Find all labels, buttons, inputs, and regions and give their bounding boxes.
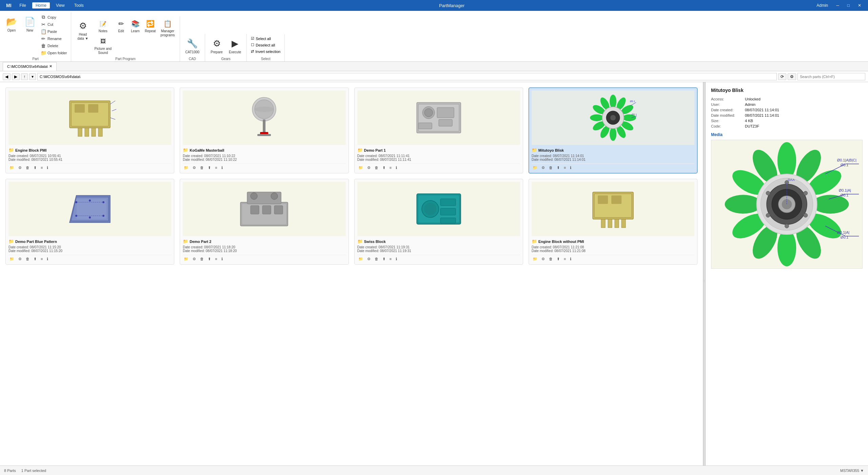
action-delete-d2[interactable]: 🗑 xyxy=(199,256,205,262)
action-folder-mb[interactable]: 📁 xyxy=(183,165,190,170)
action-folder-d2[interactable]: 📁 xyxy=(183,256,190,262)
action-folder-d1[interactable]: 📁 xyxy=(357,165,364,170)
part-card-demo-blue-pattern[interactable]: 📁 Demo Part Blue Pattern Date created: 0… xyxy=(5,179,174,265)
back-button[interactable]: ◀ xyxy=(3,73,11,80)
copy-button[interactable]: ⧉ Copy xyxy=(39,14,68,21)
action-delete-mb[interactable]: 🗑 xyxy=(199,165,205,170)
delete-button[interactable]: 🗑 Delete xyxy=(39,42,68,49)
paste-button[interactable]: 📋 Paste xyxy=(39,28,68,35)
action-info-d2[interactable]: ℹ xyxy=(220,256,224,262)
open-folder-button[interactable]: 📁 Open folder xyxy=(39,50,68,56)
action-info-sw[interactable]: ℹ xyxy=(395,256,398,262)
part-card-engine-block-pmi[interactable]: 📁 Engine Block PMI Date created: 08/07/2… xyxy=(5,88,174,173)
head-data-button[interactable]: ⚙ Headdata ▼ xyxy=(74,18,92,43)
menu-home[interactable]: Home xyxy=(32,2,50,8)
action-settings-e2[interactable]: ⚙ xyxy=(540,256,546,262)
current-tab[interactable]: C:\MCOSMOS\x64\data\ ✕ xyxy=(3,62,57,71)
action-export-d1[interactable]: ⬆ xyxy=(381,165,387,170)
dropdown-button[interactable]: ▾ xyxy=(29,73,36,80)
action-info-d1[interactable]: ℹ xyxy=(395,165,398,170)
select-all-button[interactable]: ☑ Select all xyxy=(250,36,282,41)
action-folder[interactable]: 📁 xyxy=(8,165,15,170)
minimize-button[interactable]: ─ xyxy=(833,2,842,8)
action-more-e2[interactable]: ≡ xyxy=(563,256,567,262)
forward-button[interactable]: ▶ xyxy=(12,73,20,80)
repeat-button[interactable]: 🔁 Repeat xyxy=(143,18,158,35)
part-card-demo-part-2[interactable]: 📁 Demo Part 2 Date created: 08/07/2021 1… xyxy=(180,179,349,265)
part-card-engine-without-pmi[interactable]: 📁 Engine Block without PMI Date created:… xyxy=(529,179,697,265)
part-card-kogame-masterball[interactable]: 📁 KoGaMe Masterball Date created: 08/07/… xyxy=(180,88,349,173)
action-settings-d1[interactable]: ⚙ xyxy=(366,165,372,170)
action-folder-sw[interactable]: 📁 xyxy=(357,256,364,262)
action-export[interactable]: ⬆ xyxy=(33,165,38,170)
edit-button[interactable]: ✏ Edit xyxy=(114,18,128,35)
menu-tools[interactable]: Tools xyxy=(71,2,87,8)
cut-label: Cut xyxy=(47,22,53,26)
tab-close-button[interactable]: ✕ xyxy=(49,64,52,69)
action-more-sw[interactable]: ≡ xyxy=(389,256,393,262)
action-info-mb[interactable]: ℹ xyxy=(220,165,224,170)
action-delete-bp[interactable]: 🗑 xyxy=(25,256,31,262)
action-export-d2[interactable]: ⬆ xyxy=(207,256,212,262)
action-settings-bl[interactable]: ⚙ xyxy=(540,165,546,170)
learn-button[interactable]: 📚 Learn xyxy=(129,18,142,35)
svg-rect-68 xyxy=(440,208,456,215)
action-delete-d1[interactable]: 🗑 xyxy=(374,165,379,170)
svg-point-13 xyxy=(255,107,274,112)
action-info[interactable]: ℹ xyxy=(46,165,49,170)
action-settings-d2[interactable]: ⚙ xyxy=(192,256,197,262)
menu-view[interactable]: View xyxy=(53,2,68,8)
notes-button[interactable]: 📝 Notes xyxy=(92,18,114,35)
action-settings-sw[interactable]: ⚙ xyxy=(366,256,372,262)
action-delete-e2[interactable]: 🗑 xyxy=(548,256,554,262)
action-export-bl[interactable]: ⬆ xyxy=(556,165,561,170)
address-input[interactable] xyxy=(37,73,777,80)
action-export-bp[interactable]: ⬆ xyxy=(33,256,38,262)
options-button[interactable]: ⚙ xyxy=(788,73,796,80)
action-export-mb[interactable]: ⬆ xyxy=(207,165,212,170)
up-button[interactable]: ↑ xyxy=(21,73,28,80)
action-folder-bl[interactable]: 📁 xyxy=(532,165,538,170)
action-folder-e2[interactable]: 📁 xyxy=(532,256,538,262)
prepare-button[interactable]: ⚙ Prepare xyxy=(208,35,225,56)
picture-sound-button[interactable]: 🖼 Picture andSound xyxy=(92,35,114,56)
action-delete[interactable]: 🗑 xyxy=(25,165,31,170)
new-button[interactable]: 📄 New xyxy=(21,14,39,35)
cat1000-button[interactable]: 🔧 CAT1000 xyxy=(183,35,202,56)
action-more-d1[interactable]: ≡ xyxy=(389,165,393,170)
action-more-mb[interactable]: ≡ xyxy=(214,165,218,170)
version-label[interactable]: MSTAR355 ▼ xyxy=(840,469,864,473)
action-settings-bp[interactable]: ⚙ xyxy=(17,256,23,262)
manager-programs-button[interactable]: 📋 Managerprograms xyxy=(158,18,177,39)
action-more-bp[interactable]: ≡ xyxy=(40,256,44,262)
action-info-e2[interactable]: ℹ xyxy=(569,256,572,262)
refresh-button[interactable]: ⟳ xyxy=(778,73,786,80)
cut-button[interactable]: ✂ Cut xyxy=(39,21,68,28)
action-settings-mb[interactable]: ⚙ xyxy=(192,165,197,170)
action-export-e2[interactable]: ⬆ xyxy=(556,256,561,262)
search-input[interactable] xyxy=(797,73,865,80)
execute-button[interactable]: ▶ Execute xyxy=(226,35,244,56)
action-more-d2[interactable]: ≡ xyxy=(214,256,218,262)
action-info-bl[interactable]: ℹ xyxy=(569,165,572,170)
action-more[interactable]: ≡ xyxy=(40,165,44,170)
close-button[interactable]: ✕ xyxy=(855,2,864,8)
part-card-swiss-block[interactable]: 📁 Swiss Block Date created: 08/07/2021 1… xyxy=(354,179,523,265)
action-more-bl[interactable]: ≡ xyxy=(563,165,567,170)
action-delete-bl[interactable]: 🗑 xyxy=(548,165,554,170)
open-button[interactable]: 📂 Open xyxy=(3,14,20,35)
action-settings[interactable]: ⚙ xyxy=(17,165,23,170)
detail-label-date-modified: Date modified: xyxy=(711,113,745,117)
part-card-demo-part-1[interactable]: 📁 Demo Part 1 Date created: 08/07/2021 1… xyxy=(354,88,523,173)
action-folder-bp[interactable]: 📁 xyxy=(8,256,15,262)
maximize-button[interactable]: □ xyxy=(845,2,852,8)
part-card-mitutoyo-blisk[interactable]: Ø0.1 Ø0.1 📁 Mitutoyo Blisk Date created:… xyxy=(529,88,697,173)
action-delete-sw[interactable]: 🗑 xyxy=(374,256,379,262)
status-left: 8 Parts 1 Part selected xyxy=(4,469,46,473)
menu-file[interactable]: File xyxy=(16,2,29,8)
action-info-bp[interactable]: ℹ xyxy=(46,256,49,262)
action-export-sw[interactable]: ⬆ xyxy=(381,256,387,262)
deselect-all-button[interactable]: ☐ Deselect all xyxy=(250,42,282,48)
invert-selection-button[interactable]: ⇄ Invert selection xyxy=(250,49,282,54)
rename-button[interactable]: ✏ Rename xyxy=(39,35,68,42)
